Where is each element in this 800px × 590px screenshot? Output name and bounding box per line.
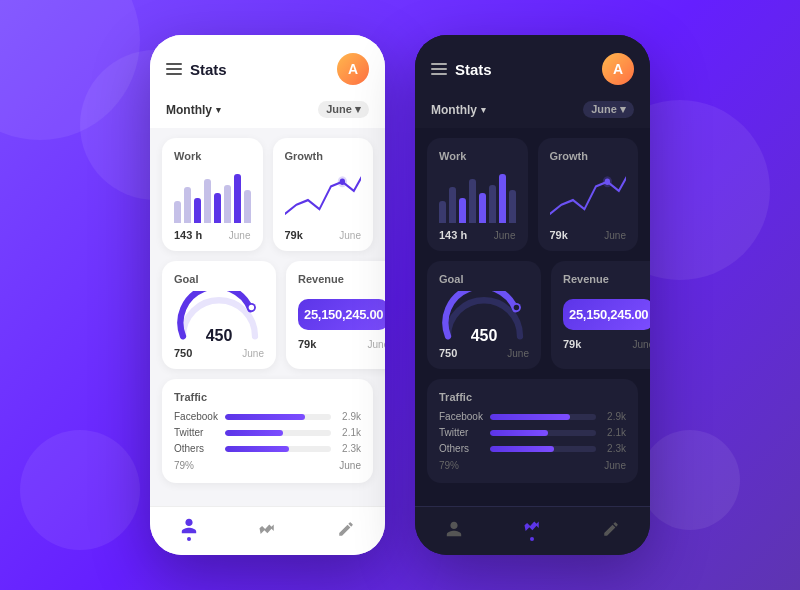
dark-month-filter[interactable]: June ▾: [583, 101, 634, 118]
dark-header: Stats A: [415, 35, 650, 95]
dark-arc: 450: [439, 291, 529, 341]
dark-revenue-month: June: [633, 339, 650, 350]
light-work-title: Work: [174, 150, 251, 162]
dark-tw-label: Twitter: [439, 427, 484, 438]
phone-dark: Stats A Monthly ▾ June ▾ Work: [415, 35, 650, 555]
dark-work-card: Work 143 h June: [427, 138, 528, 251]
svg-point-3: [249, 305, 254, 310]
dark-goal-title: Goal: [439, 273, 529, 285]
light-period-filter[interactable]: Monthly ▾: [166, 103, 221, 117]
dark-traffic-footer: 79% June: [439, 460, 626, 471]
light-month-filter[interactable]: June ▾: [318, 101, 369, 118]
light-nav-trend[interactable]: [258, 520, 276, 538]
dark-growth-chart: [550, 168, 627, 223]
light-revenue-title: Revenue: [298, 273, 385, 285]
dark-traffic-pct: 79%: [439, 460, 459, 471]
dark-goal-value: 450: [471, 327, 498, 345]
light-goal-title: Goal: [174, 273, 264, 285]
dark-cards-grid-2: Goal 450 750: [427, 261, 638, 369]
light-growth-value: 79k: [285, 229, 303, 241]
light-cards-grid-2: Goal 450 750: [162, 261, 373, 369]
light-goal-inner: 450: [174, 291, 264, 341]
dark-ot-label: Others: [439, 443, 484, 454]
light-revenue-amount: 25,150,245.00: [298, 299, 385, 330]
light-header: Stats A: [150, 35, 385, 95]
dark-growth-card: Growth 79k June: [538, 138, 639, 251]
light-nav-dot: [187, 537, 191, 541]
dark-ot-fill: [490, 446, 554, 452]
dark-revenue-footer: 79k June: [563, 338, 650, 350]
light-goal-value: 450: [206, 327, 233, 345]
light-traffic-pct: 79%: [174, 460, 194, 471]
light-work-chart: [174, 168, 251, 223]
light-fb-fill: [225, 414, 305, 420]
dark-tw-count: 2.1k: [602, 427, 626, 438]
light-growth-chart: [285, 168, 362, 223]
light-growth-month: June: [339, 230, 361, 241]
light-nav-edit[interactable]: [337, 520, 355, 538]
light-revenue-month: June: [368, 339, 385, 350]
light-ot-fill: [225, 446, 289, 452]
light-avatar[interactable]: A: [337, 53, 369, 85]
bar-8: [244, 190, 251, 223]
light-nav-person[interactable]: [180, 517, 198, 541]
dark-avatar[interactable]: A: [602, 53, 634, 85]
dark-traffic-title: Traffic: [439, 391, 626, 403]
dark-fb-fill: [490, 414, 570, 420]
light-revenue-left: 79k: [298, 338, 316, 350]
dark-traffic-row-3: Others 2.3k: [439, 443, 626, 454]
dark-fb-bar: [490, 414, 596, 420]
bar-4: [204, 179, 211, 223]
dark-nav-edit[interactable]: [602, 520, 620, 538]
light-ot-count: 2.3k: [337, 443, 361, 454]
dark-fb-count: 2.9k: [602, 411, 626, 422]
light-revenue-card: Revenue 25,150,245.00 79k June: [286, 261, 385, 369]
dark-goal-footer: 750 June: [439, 347, 529, 359]
light-traffic-footer: 79% June: [174, 460, 361, 471]
light-fb-bar: [225, 414, 331, 420]
dark-bar-8: [509, 190, 516, 223]
light-growth-card: Growth: [273, 138, 374, 251]
dark-header-left: Stats: [431, 61, 492, 78]
light-filter-row: Monthly ▾ June ▾: [150, 95, 385, 128]
dark-nav-trend[interactable]: [523, 517, 541, 541]
dark-title: Stats: [455, 61, 492, 78]
svg-point-7: [514, 305, 519, 310]
dark-goal-card: Goal 450 750: [427, 261, 541, 369]
light-tw-count: 2.1k: [337, 427, 361, 438]
hamburger-icon-dark[interactable]: [431, 63, 447, 75]
light-growth-footer: 79k June: [285, 229, 362, 241]
bar-1: [174, 201, 181, 223]
light-goal-left: 750: [174, 347, 192, 359]
light-goal-footer: 750 June: [174, 347, 264, 359]
light-traffic-card: Traffic Facebook 2.9k Twitter 2.1k: [162, 379, 373, 483]
light-tw-bar: [225, 430, 331, 436]
light-traffic-title: Traffic: [174, 391, 361, 403]
dark-growth-value: 79k: [550, 229, 568, 241]
dark-nav-person[interactable]: [445, 520, 463, 538]
dark-filter-row: Monthly ▾ June ▾: [415, 95, 650, 128]
hamburger-icon-light[interactable]: [166, 63, 182, 75]
light-traffic-row-1: Facebook 2.9k: [174, 411, 361, 422]
light-work-value: 143 h: [174, 229, 202, 241]
dark-ot-bar: [490, 446, 596, 452]
dark-revenue-amount: 25,150,245.00: [563, 299, 650, 330]
dark-ot-count: 2.3k: [602, 443, 626, 454]
period-arrow-light: ▾: [216, 105, 221, 115]
light-traffic-month: June: [339, 460, 361, 471]
dark-work-value: 143 h: [439, 229, 467, 241]
dark-bar-1: [439, 201, 446, 223]
light-ot-label: Others: [174, 443, 219, 454]
light-work-month: June: [229, 230, 251, 241]
period-arrow-dark: ▾: [481, 105, 486, 115]
light-work-card: Work 143 h June: [162, 138, 263, 251]
light-bottom-nav: [150, 506, 385, 555]
dark-traffic-card: Traffic Facebook 2.9k Twitter 2.1k: [427, 379, 638, 483]
light-fb-count: 2.9k: [337, 411, 361, 422]
dark-bottom-nav: [415, 506, 650, 555]
light-traffic-row-3: Others 2.3k: [174, 443, 361, 454]
bar-6: [224, 185, 231, 224]
dark-traffic-row-2: Twitter 2.1k: [439, 427, 626, 438]
dark-work-footer: 143 h June: [439, 229, 516, 241]
dark-period-filter[interactable]: Monthly ▾: [431, 103, 486, 117]
